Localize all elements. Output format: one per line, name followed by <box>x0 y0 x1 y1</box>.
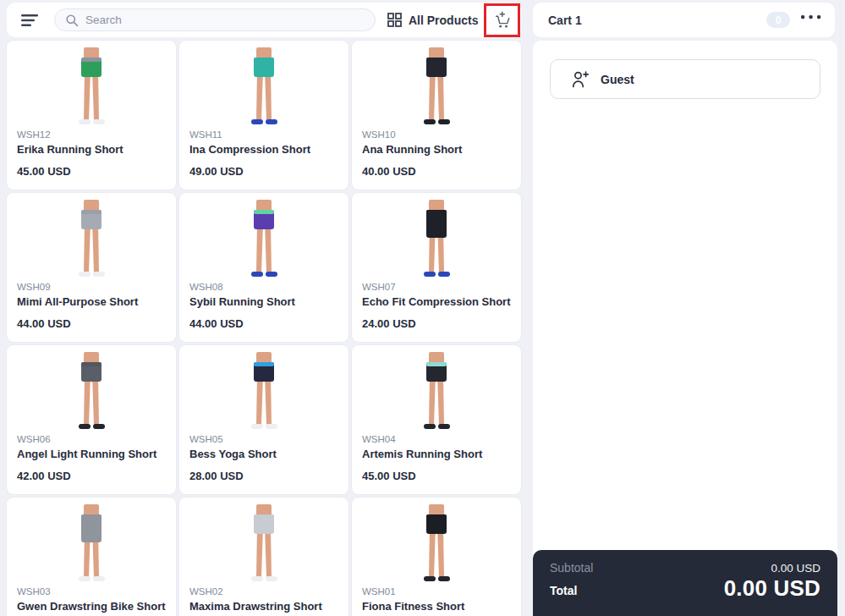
total-value: 0.00 USD <box>724 575 820 602</box>
product-sku: WSH09 <box>17 282 166 292</box>
product-image <box>352 345 521 432</box>
total-row: Total 0.00 USD <box>550 575 820 602</box>
pos-app: All Products Cart 1 0 <box>0 0 845 616</box>
product-grid: WSH12 Erika Running Short 45.00 USD WSH1… <box>7 41 521 616</box>
product-sku: WSH11 <box>189 129 338 140</box>
product-price: 28.00 USD <box>189 470 338 482</box>
more-options-button[interactable] <box>796 9 826 25</box>
add-to-cart-button[interactable] <box>487 5 518 35</box>
product-image <box>179 498 348 585</box>
order-summary-footer: Subtotal 0.00 USD Total 0.00 USD <box>533 550 837 616</box>
subtotal-row: Subtotal 0.00 USD <box>550 561 820 575</box>
product-card[interactable]: WSH10 Ana Running Short 40.00 USD <box>352 41 521 190</box>
product-price: 45.00 USD <box>17 165 166 178</box>
product-card[interactable]: WSH06 Angel Light Running Short 42.00 US… <box>7 345 176 494</box>
product-name: Sybil Running Short <box>189 295 338 308</box>
customer-button[interactable]: Guest <box>550 59 820 99</box>
product-sku: WSH06 <box>17 434 166 444</box>
product-price: 44.00 USD <box>189 317 338 330</box>
product-photo-placeholder <box>236 199 292 278</box>
product-sku: WSH12 <box>17 129 166 140</box>
search-input[interactable] <box>54 8 376 31</box>
hamburger-menu-button[interactable] <box>18 8 43 32</box>
cart-items-empty-area <box>533 118 837 550</box>
product-name: Ana Running Short <box>362 143 511 156</box>
search-box <box>54 8 376 31</box>
product-image <box>7 41 176 128</box>
product-name: Artemis Running Short <box>362 448 511 460</box>
product-card[interactable]: WSH08 Sybil Running Short 44.00 USD <box>179 193 348 342</box>
product-sku: WSH04 <box>362 434 511 444</box>
cart-panel: Guest Subtotal 0.00 USD Total 0.00 USD <box>533 41 837 616</box>
product-name: Angel Light Running Short <box>17 448 166 460</box>
product-price: 40.00 USD <box>362 165 511 178</box>
product-card[interactable]: WSH11 Ina Compression Short 49.00 USD <box>179 41 348 190</box>
product-photo-placeholder <box>409 199 464 278</box>
hamburger-icon <box>21 14 40 27</box>
customer-button-label: Guest <box>601 73 634 86</box>
product-price: 42.00 USD <box>17 470 166 482</box>
product-photo-placeholder <box>63 351 119 431</box>
product-sku: WSH08 <box>189 282 338 292</box>
product-photo-placeholder <box>409 503 464 583</box>
product-image <box>352 498 521 585</box>
product-price: 45.00 USD <box>362 470 511 482</box>
order-count-badge: 0 <box>766 12 790 28</box>
top-bar-left: All Products <box>7 3 521 37</box>
product-photo-placeholder <box>236 351 292 431</box>
product-card[interactable]: WSH12 Erika Running Short 45.00 USD <box>7 41 176 190</box>
ellipsis-icon <box>801 14 821 19</box>
product-card[interactable]: WSH03 Gwen Drawstring Bike Short <box>7 498 176 616</box>
product-card[interactable]: WSH07 Echo Fit Compression Short 24.00 U… <box>352 193 521 342</box>
product-image <box>352 193 521 280</box>
cart-tab[interactable]: Cart 1 0 <box>533 3 835 37</box>
product-photo-placeholder <box>236 503 292 583</box>
product-image <box>179 41 348 128</box>
subtotal-value: 0.00 USD <box>771 562 820 575</box>
search-icon <box>65 14 79 27</box>
product-card[interactable]: WSH09 Mimi All-Purpose Short 44.00 USD <box>7 193 176 342</box>
product-card[interactable]: WSH01 Fiona Fitness Short <box>352 498 521 616</box>
cart-plus-icon <box>493 10 513 30</box>
all-products-button[interactable]: All Products <box>387 13 478 27</box>
product-price: 49.00 USD <box>189 165 338 178</box>
person-plus-icon <box>571 70 590 88</box>
all-products-label: All Products <box>409 14 478 27</box>
product-photo-placeholder <box>236 47 292 126</box>
total-label: Total <box>550 584 577 602</box>
product-name: Ina Compression Short <box>189 143 338 156</box>
product-image <box>179 345 348 432</box>
product-name: Echo Fit Compression Short <box>362 295 511 308</box>
product-photo-placeholder <box>409 47 464 126</box>
product-sku: WSH02 <box>189 586 338 597</box>
product-photo-placeholder <box>63 199 119 278</box>
product-image <box>7 345 176 432</box>
product-name: Fiona Fitness Short <box>362 600 511 613</box>
product-name: Bess Yoga Short <box>189 448 338 460</box>
grid-icon <box>387 13 402 27</box>
product-image <box>352 41 521 128</box>
product-name: Erika Running Short <box>17 143 166 156</box>
product-sku: WSH05 <box>189 434 338 444</box>
product-name: Maxima Drawstring Short <box>189 600 338 613</box>
cart-tab-label: Cart 1 <box>548 14 582 27</box>
product-price: 44.00 USD <box>17 317 166 330</box>
add-to-cart-area <box>485 3 520 37</box>
subtotal-label: Subtotal <box>550 561 593 575</box>
product-image <box>7 498 176 585</box>
product-name: Mimi All-Purpose Short <box>17 295 166 308</box>
product-sku: WSH01 <box>362 586 511 597</box>
product-name: Gwen Drawstring Bike Short <box>17 600 166 613</box>
product-photo-placeholder <box>63 47 119 126</box>
product-card[interactable]: WSH04 Artemis Running Short 45.00 USD <box>352 345 521 494</box>
product-image <box>179 193 348 280</box>
product-photo-placeholder <box>409 351 464 431</box>
product-sku: WSH07 <box>362 282 511 292</box>
product-photo-placeholder <box>63 503 119 583</box>
product-card[interactable]: WSH02 Maxima Drawstring Short <box>179 498 348 616</box>
product-sku: WSH03 <box>17 586 166 597</box>
product-card[interactable]: WSH05 Bess Yoga Short 28.00 USD <box>179 345 348 494</box>
product-image <box>7 193 176 280</box>
product-sku: WSH10 <box>362 129 511 140</box>
product-price: 24.00 USD <box>362 317 511 330</box>
